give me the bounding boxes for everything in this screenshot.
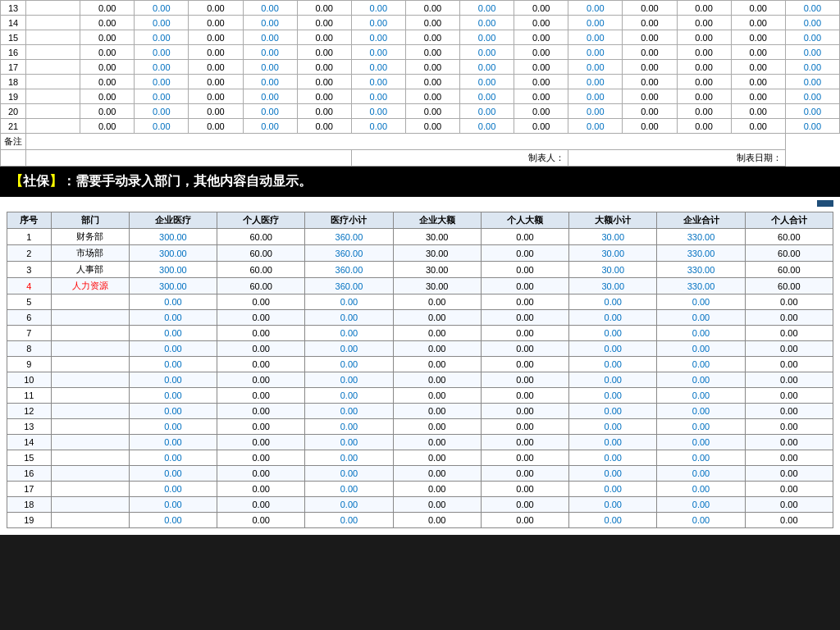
value-cell: 30.00 (393, 278, 481, 294)
value-cell: 0.00 (481, 388, 568, 404)
value-cell: 0.00 (657, 357, 745, 372)
value-cell: 0.00 (657, 372, 745, 388)
cell: 0.00 (297, 89, 351, 104)
cell: 0.00 (243, 60, 297, 75)
seq-cell: 5 (7, 294, 52, 310)
return-button[interactable] (817, 200, 833, 207)
dept-cell (51, 310, 129, 326)
value-cell: 0.00 (657, 419, 745, 435)
cell: 0.00 (80, 16, 135, 30)
cell: 0.00 (189, 1, 243, 16)
date-label: 制表日期： (568, 150, 786, 167)
cell: 0.00 (189, 60, 243, 75)
cell: 0.00 (677, 1, 731, 16)
value-cell: 0.00 (129, 435, 217, 450)
dept-cell (51, 419, 129, 435)
value-cell: 0.00 (305, 466, 393, 482)
top-row: 170.000.000.000.000.000.000.000.000.000.… (1, 60, 840, 75)
value-cell: 0.00 (481, 497, 568, 513)
value-cell: 0.00 (129, 357, 217, 372)
cell: 0.00 (297, 60, 351, 75)
cell: 0.00 (785, 1, 839, 16)
footer-empty (1, 150, 26, 167)
cell: 0.00 (514, 1, 568, 16)
cell: 0.00 (568, 30, 623, 45)
value-cell: 30.00 (393, 262, 481, 278)
value-cell: 300.00 (129, 278, 217, 294)
top-row: 180.000.000.000.000.000.000.000.000.000.… (1, 75, 840, 89)
value-cell: 30.00 (569, 278, 657, 294)
cell: 0.00 (731, 119, 785, 134)
cell: 0.00 (677, 104, 731, 119)
cell: 0.00 (297, 75, 351, 89)
value-cell: 360.00 (305, 262, 393, 278)
cell: 0.00 (351, 1, 405, 16)
cell (26, 1, 80, 16)
dept-cell: 人事部 (51, 262, 129, 278)
value-cell: 0.00 (657, 404, 745, 419)
footer-row: 制表人： 制表日期： (1, 150, 840, 167)
cell: 0.00 (460, 30, 514, 45)
cell: 0.00 (568, 75, 623, 89)
main-thead: 序号部门企业医疗个人医疗医疗小计企业大额个人大额大额小计企业合计个人合计 (7, 212, 833, 229)
table-row: 90.000.000.000.000.000.000.000.00 (7, 357, 833, 372)
dept-cell (51, 404, 129, 419)
cell: 0.00 (135, 89, 189, 104)
value-cell: 0.00 (745, 341, 833, 357)
table-row: 180.000.000.000.000.000.000.000.00 (7, 497, 833, 513)
dept-cell: 人力资源 (51, 278, 129, 294)
cell: 0.00 (351, 16, 405, 30)
top-row: 140.000.000.000.000.000.000.000.000.000.… (1, 16, 840, 30)
value-cell: 0.00 (217, 466, 305, 482)
value-cell: 0.00 (745, 482, 833, 497)
value-cell: 60.00 (745, 229, 833, 245)
main-table: 序号部门企业医疗个人医疗医疗小计企业大额个人大额大额小计企业合计个人合计 1财务… (7, 212, 833, 528)
value-cell: 0.00 (657, 466, 745, 482)
value-cell: 0.00 (745, 294, 833, 310)
cell: 0.00 (731, 30, 785, 45)
row-number: 19 (1, 89, 26, 104)
cell: 0.00 (731, 45, 785, 60)
value-cell: 360.00 (305, 229, 393, 245)
cell: 0.00 (514, 89, 568, 104)
cell: 0.00 (731, 60, 785, 75)
banner-message: ：需要手动录入部门，其他内容自动显示。 (62, 174, 312, 188)
value-cell: 0.00 (657, 450, 745, 466)
cell: 0.00 (623, 104, 677, 119)
table-row: 160.000.000.000.000.000.000.000.00 (7, 466, 833, 482)
cell: 0.00 (623, 1, 677, 16)
row-number: 13 (1, 1, 26, 16)
table-row: 3人事部300.0060.00360.0030.000.0030.00330.0… (7, 262, 833, 278)
value-cell: 0.00 (305, 419, 393, 435)
value-cell: 0.00 (305, 482, 393, 497)
cell: 0.00 (297, 16, 351, 30)
cell: 0.00 (514, 119, 568, 134)
value-cell: 0.00 (217, 310, 305, 326)
table-row: 120.000.000.000.000.000.000.000.00 (7, 404, 833, 419)
top-row: 190.000.000.000.000.000.000.000.000.000.… (1, 89, 840, 104)
value-cell: 0.00 (129, 294, 217, 310)
seq-cell: 3 (7, 262, 52, 278)
value-cell: 0.00 (481, 278, 568, 294)
dept-cell (51, 341, 129, 357)
value-cell: 0.00 (657, 482, 745, 497)
top-row: 210.000.000.000.000.000.000.000.000.000.… (1, 119, 840, 134)
dept-cell (51, 450, 129, 466)
value-cell: 0.00 (481, 229, 568, 245)
value-cell: 0.00 (569, 326, 657, 341)
cell: 0.00 (351, 119, 405, 134)
value-cell: 0.00 (393, 294, 481, 310)
cell (26, 104, 80, 119)
cell: 0.00 (405, 60, 459, 75)
dept-cell (51, 294, 129, 310)
cell: 0.00 (405, 89, 459, 104)
value-cell: 0.00 (481, 435, 568, 450)
value-cell: 0.00 (569, 497, 657, 513)
cell: 0.00 (677, 30, 731, 45)
column-header: 序号 (7, 212, 52, 229)
maker-label: 制表人： (351, 150, 568, 167)
value-cell: 0.00 (393, 326, 481, 341)
value-cell: 0.00 (305, 388, 393, 404)
value-cell: 60.00 (745, 278, 833, 294)
value-cell: 0.00 (569, 419, 657, 435)
